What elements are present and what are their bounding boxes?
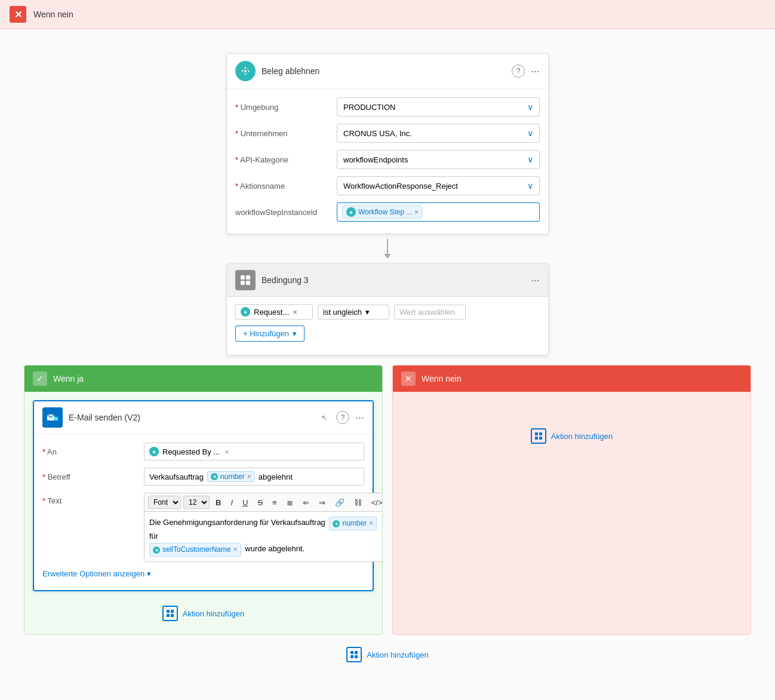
- svg-rect-5: [246, 281, 250, 285]
- an-tag-icon: ◈: [149, 447, 159, 456]
- condition-tag-field[interactable]: ◈ Request... ×: [235, 304, 313, 320]
- select-api[interactable]: workflowEndpoints ∨: [337, 150, 540, 169]
- text-toolbar: Font 12 B I U S: [144, 493, 383, 512]
- condition-operator-select[interactable]: ist ungleich ▾: [318, 305, 389, 320]
- svg-rect-3: [246, 275, 250, 280]
- svg-rect-9: [167, 610, 170, 613]
- image-button[interactable]: ⛓: [350, 496, 365, 509]
- top-close-button[interactable]: ✕: [10, 6, 26, 23]
- svg-rect-10: [171, 610, 174, 613]
- cursor-pointer-indicator: ↖: [321, 413, 328, 422]
- email-text-container: Font 12 B I U S: [144, 493, 383, 562]
- condition-value-field[interactable]: Wert auswählen: [394, 305, 466, 320]
- workflow-tag-close[interactable]: ×: [414, 209, 418, 216]
- bold-button[interactable]: B: [212, 496, 224, 509]
- svg-rect-12: [171, 614, 174, 617]
- sell-tag-close[interactable]: ×: [233, 544, 238, 555]
- add-condition-button[interactable]: + Hinzufügen ▾: [235, 326, 305, 342]
- text-number-tag: ◈ number ×: [329, 517, 377, 530]
- bottom-action-add[interactable]: Aktion hinzufügen: [24, 635, 751, 674]
- workflow-tag: ◈ Workflow Step ... ×: [342, 205, 422, 219]
- chevron-umgebung: ∨: [527, 102, 533, 112]
- email-betreff-field[interactable]: Verkaufsauftrag ◈ number × abgelehnt: [144, 468, 364, 486]
- chevron-aktion: ∨: [527, 181, 533, 191]
- email-text-row: Text Font 12 B: [42, 489, 364, 566]
- svg-rect-19: [350, 655, 353, 658]
- italic-button[interactable]: I: [227, 496, 236, 509]
- fontsize-select[interactable]: 12: [183, 496, 210, 509]
- svg-rect-17: [350, 651, 353, 654]
- betreff-tag-icon: ◈: [211, 473, 218, 480]
- email-title: E-Mail senden (V2): [69, 413, 313, 422]
- workflow-tag-field[interactable]: ◈ Workflow Step ... ×: [337, 202, 540, 222]
- beleg-icon: [235, 61, 256, 81]
- font-select[interactable]: Font: [148, 496, 181, 509]
- wenn-ja-action-add[interactable]: Aktion hinzufügen: [33, 601, 374, 626]
- main-container: Beleg ablehnen ? ··· Umgebung: [12, 47, 763, 680]
- action-add-icon-nein: [531, 428, 546, 444]
- canvas: Beleg ablehnen ? ··· Umgebung: [0, 29, 775, 700]
- wenn-nein-action-add[interactable]: Aktion hinzufügen: [526, 423, 617, 449]
- wenn-nein-action-container: Aktion hinzufügen: [401, 400, 742, 472]
- bedingung-more-button[interactable]: ···: [531, 274, 540, 287]
- svg-rect-20: [355, 655, 358, 658]
- svg-point-1: [244, 70, 247, 72]
- email-body: An ◈ Requested By ... × Betreff: [34, 434, 373, 590]
- text-body[interactable]: Die Genehmigungsanforderung für Verkaufs…: [144, 512, 383, 562]
- bottom-panels: ✓ Wenn ja: [24, 365, 751, 635]
- ordered-list-button[interactable]: ≣: [283, 496, 297, 509]
- svg-rect-11: [167, 614, 170, 617]
- wenn-ja-label: Wenn ja: [53, 374, 84, 383]
- email-an-field[interactable]: ◈ Requested By ... ×: [144, 443, 364, 460]
- arrow-down-1: [384, 234, 391, 263]
- wenn-ja-header: ✓ Wenn ja: [24, 366, 382, 392]
- wenn-ja-panel: ✓ Wenn ja: [24, 365, 383, 635]
- code-button[interactable]: </>: [368, 496, 383, 509]
- label-workflow: workflowStepInstanceId: [235, 208, 331, 217]
- an-tag-close[interactable]: ×: [224, 447, 229, 456]
- beleg-card: Beleg ablehnen ? ··· Umgebung: [226, 53, 549, 234]
- condition-tag-close[interactable]: ×: [293, 308, 297, 317]
- condition-row: ◈ Request... × ist ungleich ▾ Wert auswä…: [235, 304, 540, 320]
- text-number-close[interactable]: ×: [369, 518, 373, 529]
- top-banner-label: Wenn nein: [33, 10, 73, 19]
- email-help-button[interactable]: ?: [336, 411, 349, 424]
- svg-rect-4: [241, 281, 245, 285]
- bedingung-header: Bedingung 3 ···: [227, 264, 548, 297]
- bullet-list-button[interactable]: ≡: [269, 496, 281, 509]
- underline-button[interactable]: U: [239, 496, 251, 509]
- outlook-icon: [42, 407, 63, 428]
- beleg-card-header: Beleg ablehnen ? ···: [227, 54, 548, 89]
- wenn-ja-check: ✓: [33, 372, 47, 386]
- beleg-help-button[interactable]: ?: [512, 65, 525, 78]
- condition-body: ◈ Request... × ist ungleich ▾ Wert auswä…: [227, 297, 548, 355]
- link-button[interactable]: 🔗: [331, 496, 348, 509]
- strikethrough-button[interactable]: S: [254, 496, 266, 509]
- align-left-button[interactable]: ⇐: [299, 496, 313, 509]
- chevron-unternehmen: ∨: [527, 128, 533, 138]
- action-add-icon-ja: [162, 606, 178, 621]
- field-umgebung: Umgebung PRODUCTION ∨: [235, 94, 540, 120]
- betreff-tag-close[interactable]: ×: [247, 472, 251, 481]
- select-unternehmen[interactable]: CRONUS USA, Inc. ∨: [337, 124, 540, 143]
- label-api: API-Kategorie: [235, 155, 331, 164]
- svg-rect-14: [539, 432, 542, 435]
- wenn-ja-body: E-Mail senden (V2) ↖ ? ···: [24, 392, 382, 634]
- select-aktion[interactable]: WorkflowActionResponse_Reject ∨: [337, 176, 540, 195]
- expand-options-button[interactable]: Erweiterte Optionen anzeigen ▾: [42, 566, 364, 582]
- beleg-more-button[interactable]: ···: [531, 65, 540, 78]
- top-wenn-nein-banner: ✕ Wenn nein: [0, 0, 775, 29]
- sell-tag-icon: ◈: [153, 547, 160, 554]
- email-more-button[interactable]: ···: [355, 412, 364, 424]
- email-an-row: An ◈ Requested By ... ×: [42, 439, 364, 464]
- email-card: E-Mail senden (V2) ↖ ? ···: [33, 400, 374, 591]
- align-right-button[interactable]: ⇒: [315, 496, 329, 509]
- select-umgebung[interactable]: PRODUCTION ∨: [337, 97, 540, 116]
- sell-tag: ◈ sellToCustomerName ×: [149, 543, 241, 557]
- field-unternehmen: Unternehmen CRONUS USA, Inc. ∨: [235, 120, 540, 146]
- label-aktion: Aktionsname: [235, 182, 331, 191]
- wenn-nein-panel: ✕ Wenn nein: [392, 365, 751, 635]
- wenn-nein-body: Aktion hinzufügen: [393, 392, 751, 480]
- email-text-label: Text: [42, 496, 138, 505]
- beleg-title: Beleg ablehnen: [262, 66, 506, 76]
